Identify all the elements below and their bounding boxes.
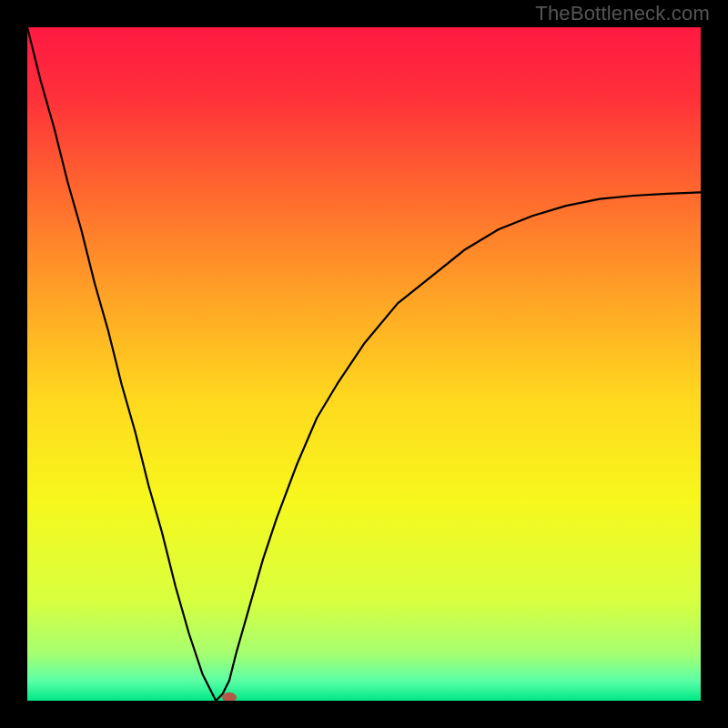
plot-svg <box>27 27 701 701</box>
chart-frame: TheBottleneck.com <box>0 0 728 728</box>
gradient-background <box>27 27 701 701</box>
plot-area <box>27 27 701 701</box>
attribution-text: TheBottleneck.com <box>535 2 710 25</box>
